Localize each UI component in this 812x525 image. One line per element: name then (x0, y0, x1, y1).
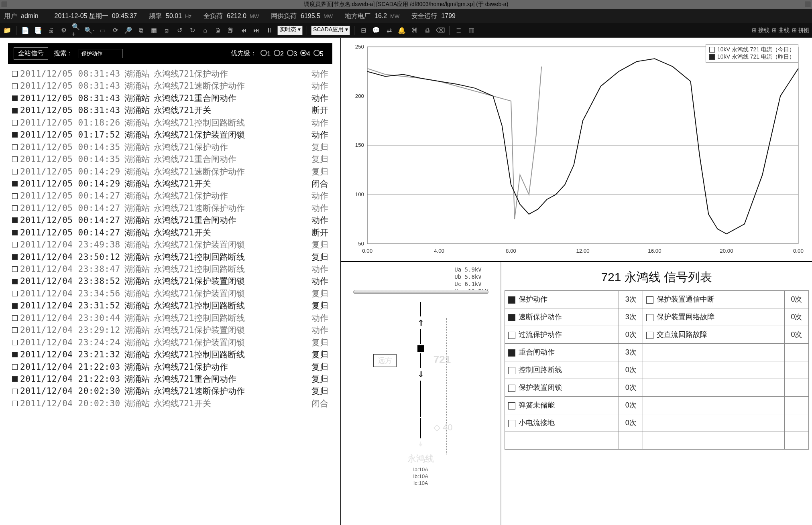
line-currents: Ia:10A Ib:10A Ic:10A (413, 466, 428, 487)
toolbar-icon[interactable]: ≣ (454, 26, 463, 35)
toolbar-icon[interactable]: ▥ (466, 26, 476, 35)
event-row[interactable]: 2011/12/05 00:14:29 湖涌站 永鸿线721开关 闭合 (12, 178, 328, 190)
dotted-line-icon (446, 318, 447, 454)
all-signals-button[interactable]: 全站信号 (14, 47, 48, 60)
toolbar-icon[interactable]: 🔍+ (72, 26, 81, 35)
event-datetime: 2011/12/04 20:02:30 (20, 397, 120, 409)
toolbar-icon[interactable]: 🔍- (85, 26, 94, 35)
toolbar-icon[interactable]: ⌂ (200, 26, 210, 35)
priority-radio-3[interactable] (287, 50, 293, 56)
toolbar-icon[interactable]: ⇄ (384, 26, 394, 35)
toolbar-icon[interactable]: ▭ (98, 26, 107, 35)
event-datetime: 2011/12/04 23:50:12 (20, 251, 120, 263)
toolbar-icon[interactable]: ⏸ (265, 26, 274, 35)
signal-marker-icon (508, 402, 515, 409)
event-row[interactable]: 2011/12/05 00:14:27 湖涌站 永鸿线721速断保护动作 动作 (12, 202, 328, 214)
event-row[interactable]: 2011/12/04 23:30:44 湖涌站 永鸿线721控制回路断线 动作 (12, 312, 328, 324)
toolbar-icon[interactable]: 💬 (371, 26, 381, 35)
toolbar-icon[interactable]: ⏮ (239, 26, 248, 35)
search-label: 搜索： (54, 49, 73, 58)
event-marker-icon (12, 401, 18, 406)
signal-count: 0次 (785, 326, 809, 343)
event-row[interactable]: 2011/12/05 00:14:27 湖涌站 永鸿线721开关 断开 (12, 227, 328, 239)
event-row[interactable]: 2011/12/05 01:18:26 湖涌站 永鸿线721控制回路断线 动作 (12, 117, 328, 129)
event-row[interactable]: 2011/12/04 23:49:38 湖涌站 永鸿线721保护装置闭锁 复归 (12, 239, 328, 251)
scada-app-dropdown[interactable]: SCADA应用 ▾ (311, 26, 350, 35)
signal-count: 3次 (619, 308, 643, 326)
event-row[interactable]: 2011/12/04 23:38:47 湖涌站 永鸿线721控制回路断线 动作 (12, 263, 328, 275)
event-row[interactable]: 2011/12/05 00:14:27 湖涌站 永鸿线721保护动作 动作 (12, 190, 328, 202)
toolbar-icon[interactable]: 🗎 (213, 26, 223, 35)
toolbar-icon[interactable]: ⚙ (59, 26, 69, 35)
event-marker-icon (12, 132, 18, 138)
toolbar-icon[interactable]: 📄 (20, 26, 30, 35)
event-row[interactable]: 2011/12/04 23:31:52 湖涌站 永鸿线721控制回路断线 复归 (12, 300, 328, 312)
event-row[interactable]: 2011/12/05 00:14:27 湖涌站 永鸿线721重合闸动作 动作 (12, 214, 328, 226)
remote-mode-box[interactable]: 远方 (373, 354, 397, 367)
event-row[interactable]: 2011/12/04 20:02:30 湖涌站 永鸿线721速断保护动作 复归 (12, 385, 328, 397)
right-panel: 501001502002500.004.008.0012.0016.0020.0… (341, 38, 812, 525)
toolbar-icon[interactable]: 🔎 (123, 26, 133, 35)
event-description: 永鸿线721开关 (154, 397, 211, 409)
event-row[interactable]: 2011/12/05 08:31:43 湖涌站 永鸿线721保护动作 动作 (12, 68, 328, 80)
window-minimize-icon[interactable] (2, 2, 7, 7)
event-row[interactable]: 2011/12/04 23:29:12 湖涌站 永鸿线721保护装置闭锁 动作 (12, 324, 328, 336)
event-row[interactable]: 2011/12/05 00:14:35 湖涌站 永鸿线721重合闸动作 复归 (12, 153, 328, 165)
event-list[interactable]: 2011/12/05 08:31:43 湖涌站 永鸿线721保护动作 动作 20… (0, 68, 340, 525)
event-marker-icon (12, 315, 18, 321)
event-description: 永鸿线721控制回路断线 (154, 300, 245, 312)
event-station: 湖涌站 (124, 385, 150, 397)
toolbar-icon[interactable]: ⟳ (110, 26, 120, 35)
breaker-icon[interactable] (417, 345, 424, 352)
toolbar-icon[interactable]: 📑 (33, 26, 43, 35)
toolbar-link[interactable]: ⊞ 拼图 (792, 27, 810, 34)
event-row[interactable]: 2011/12/04 23:34:56 湖涌站 永鸿线721保护装置闭锁 复归 (12, 288, 328, 300)
event-row[interactable]: 2011/12/05 00:14:35 湖涌站 永鸿线721保护动作 复归 (12, 141, 328, 153)
toolbar-icon[interactable]: ↺ (175, 26, 184, 35)
realtime-dropdown[interactable]: 实时态 ▾ (277, 26, 303, 35)
toolbar-icon[interactable]: ⌘ (410, 26, 419, 35)
toolbar-icon[interactable]: ⧈ (162, 26, 171, 35)
priority-radio-1[interactable] (260, 50, 267, 56)
window-close-icon[interactable] (805, 2, 810, 7)
event-datetime: 2011/12/04 23:30:44 (20, 312, 120, 324)
event-row[interactable]: 2011/12/04 23:50:12 湖涌站 永鸿线721控制回路断线 复归 (12, 251, 328, 263)
event-row[interactable]: 2011/12/05 00:14:29 湖涌站 永鸿线721速断保护动作 复归 (12, 166, 328, 178)
signal-count: 0次 (619, 379, 643, 396)
toolbar-icon[interactable]: ⌫ (436, 26, 445, 35)
event-row[interactable]: 2011/12/04 21:22:03 湖涌站 永鸿线721保护动作 复归 (12, 361, 328, 373)
priority-radio-2[interactable] (274, 50, 280, 56)
toolbar-link[interactable]: ⊞ 接线 (752, 27, 769, 34)
toolbar-icon[interactable]: ⏭ (252, 26, 261, 35)
event-row[interactable]: 2011/12/05 08:31:43 湖涌站 永鸿线721开关 断开 (12, 104, 328, 116)
toolbar-icon[interactable]: 🔔 (397, 26, 407, 35)
toolbar-icon[interactable]: ⊟ (358, 26, 368, 35)
signal-marker-icon (646, 296, 653, 304)
toolbar-icon[interactable]: ▦ (149, 26, 159, 35)
toolbar-icon[interactable]: ⧉ (136, 26, 146, 35)
event-row[interactable]: 2011/12/04 23:38:52 湖涌站 永鸿线721保护装置闭锁 动作 (12, 275, 328, 287)
toolbar-icon[interactable]: ⎙ (423, 26, 432, 35)
event-row[interactable]: 2011/12/04 23:24:24 湖涌站 永鸿线721保护装置闭锁 复归 (12, 336, 328, 349)
event-row[interactable]: 2011/12/04 23:21:32 湖涌站 永鸿线721控制回路断线 复归 (12, 349, 328, 361)
search-input[interactable] (79, 49, 123, 58)
grid-load-value: 6195.5 (301, 12, 320, 19)
event-datetime: 2011/12/04 23:49:38 (20, 239, 120, 251)
legend-square-icon (709, 54, 715, 60)
event-marker-icon (12, 303, 18, 309)
priority-radio-5[interactable] (313, 50, 320, 56)
event-row[interactable]: 2011/12/05 01:17:52 湖涌站 永鸿线721保护装置闭锁 动作 (12, 129, 328, 141)
toolbar-icon[interactable]: 📁 (2, 26, 12, 35)
event-row[interactable]: 2011/12/05 08:31:43 湖涌站 永鸿线721重合闸动作 动作 (12, 92, 328, 104)
event-row[interactable]: 2011/12/04 21:22:03 湖涌站 永鸿线721重合闸动作 复归 (12, 373, 328, 385)
event-datetime: 2011/12/05 00:14:35 (20, 153, 120, 165)
event-row[interactable]: 2011/12/05 08:31:43 湖涌站 永鸿线721速断保护动作 动作 (12, 80, 328, 92)
priority-radio-4[interactable] (300, 50, 307, 56)
toolbar-link[interactable]: ⊞ 曲线 (772, 27, 790, 34)
event-station: 湖涌站 (124, 202, 150, 214)
toolbar-icon[interactable]: 🗐 (226, 26, 236, 35)
event-station: 湖涌站 (124, 349, 150, 361)
event-row[interactable]: 2011/12/04 20:02:30 湖涌站 永鸿线721开关 闭合 (12, 397, 328, 409)
toolbar-icon[interactable]: 🖨 (46, 26, 56, 35)
toolbar-icon[interactable]: ↻ (187, 26, 197, 35)
